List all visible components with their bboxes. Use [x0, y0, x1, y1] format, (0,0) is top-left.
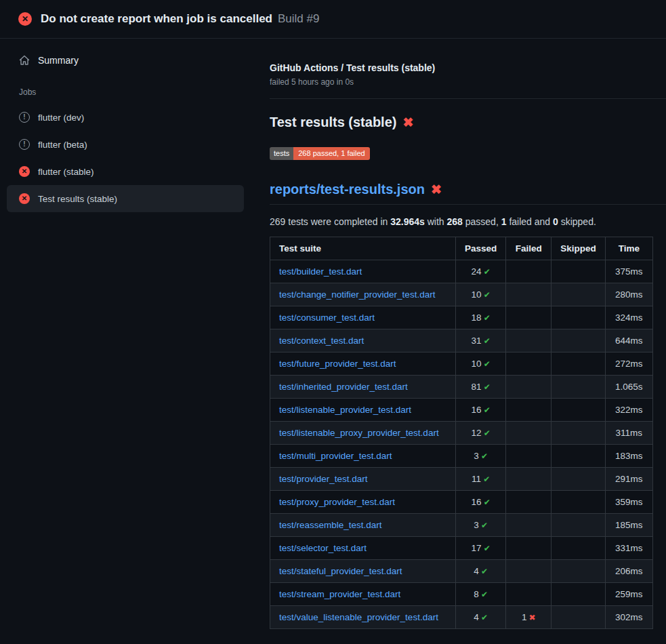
passed-cell: 16✔ [456, 491, 506, 514]
sidebar-item-flutter-stable[interactable]: ✕ flutter (stable) [7, 158, 244, 185]
skipped-cell [551, 537, 606, 560]
table-row: test/listenable_provider_test.dart16✔322… [270, 399, 653, 422]
time-cell: 1.065s [605, 376, 652, 399]
check-icon: ✔ [481, 451, 488, 461]
failed-x-icon: ✖ [402, 115, 413, 129]
suite-link[interactable]: test/value_listenable_provider_test.dart [279, 612, 438, 622]
time-cell: 206ms [605, 560, 652, 583]
summary-mid2: passed, [463, 216, 501, 227]
failed-cell: 1✖ [506, 606, 551, 629]
summary-mid3: failed and [507, 216, 554, 227]
suite-link[interactable]: test/stream_provider_test.dart [279, 589, 400, 599]
table-row: test/provider_test.dart11✔291ms [270, 468, 653, 491]
failed-cell [506, 445, 551, 468]
suite-link[interactable]: test/provider_test.dart [279, 474, 368, 484]
suite-link[interactable]: test/context_test.dart [279, 336, 364, 346]
suite-link[interactable]: test/multi_provider_test.dart [279, 451, 392, 461]
sidebar-item-flutter-beta[interactable]: ! flutter (beta) [7, 131, 244, 158]
section-title: Test results (stable)✖ [270, 115, 666, 130]
summary-text: 269 tests were completed in 32.964s with… [270, 216, 666, 227]
passed-cell: 4✔ [456, 560, 506, 583]
failed-cell [506, 329, 551, 353]
check-icon: ✔ [484, 405, 491, 415]
check-icon: ✔ [481, 613, 488, 622]
suite-link[interactable]: test/proxy_provider_test.dart [279, 497, 395, 507]
breadcrumb: GitHub Actions / Test results (stable) [270, 62, 666, 73]
suite-cell: test/consumer_test.dart [270, 306, 456, 329]
suite-cell: test/change_notifier_provider_test.dart [270, 283, 456, 306]
job-failed-icon: ✕ [19, 166, 30, 177]
suite-link[interactable]: test/inherited_provider_test.dart [279, 382, 408, 392]
build-title: Do not create report when job is cancell… [41, 12, 272, 25]
summary-duration: 32.964s [390, 216, 425, 227]
suite-cell: test/provider_test.dart [270, 468, 456, 491]
suite-cell: test/listenable_proxy_provider_test.dart [270, 422, 456, 445]
suite-link[interactable]: test/listenable_provider_test.dart [279, 405, 411, 415]
suite-link[interactable]: test/consumer_test.dart [279, 313, 375, 323]
suite-cell: test/listenable_provider_test.dart [270, 399, 456, 422]
summary-failed-count: 1 [501, 216, 507, 227]
suite-link[interactable]: test/builder_test.dart [279, 266, 362, 277]
failed-cell [506, 376, 551, 399]
build-header: ✕ Do not create report when job is cance… [0, 0, 666, 39]
passed-cell: 8✔ [456, 583, 506, 606]
sidebar-item-test-results-stable[interactable]: ✕ Test results (stable) [7, 185, 244, 212]
col-header-passed: Passed [456, 237, 506, 260]
table-row: test/stateful_provider_test.dart4✔206ms [270, 560, 653, 583]
suite-cell: test/reassemble_test.dart [270, 514, 456, 537]
summary-suffix: skipped. [558, 216, 596, 227]
check-icon: ✔ [484, 498, 491, 507]
status-line: failed 5 hours ago in 0s [270, 77, 666, 87]
passed-cell: 17✔ [456, 537, 506, 560]
passed-cell: 16✔ [456, 399, 506, 422]
suite-link[interactable]: test/listenable_proxy_provider_test.dart [279, 428, 439, 438]
passed-cell: 18✔ [456, 306, 506, 329]
summary-prefix: 269 tests were completed in [270, 216, 390, 227]
table-row: test/selector_test.dart17✔331ms [270, 537, 653, 560]
suite-link[interactable]: test/change_notifier_provider_test.dart [279, 289, 435, 300]
tests-status-badge: tests268 passed, 1 failed [270, 147, 370, 160]
report-link[interactable]: reports/test-results.json [270, 182, 425, 197]
time-cell: 272ms [605, 353, 652, 376]
passed-cell: 12✔ [456, 422, 506, 445]
failed-cell [506, 283, 551, 306]
failed-cell [506, 491, 551, 514]
suite-link[interactable]: test/future_provider_test.dart [279, 359, 396, 369]
skipped-cell [551, 606, 606, 629]
table-row: test/context_test.dart31✔644ms [270, 329, 653, 353]
passed-cell: 31✔ [456, 329, 506, 353]
failed-cell [506, 306, 551, 329]
sidebar-item-flutter-dev[interactable]: ! flutter (dev) [7, 104, 244, 131]
time-cell: 302ms [605, 606, 652, 629]
table-row: test/change_notifier_provider_test.dart1… [270, 283, 653, 306]
skipped-cell [551, 468, 606, 491]
suite-link[interactable]: test/stateful_provider_test.dart [279, 566, 402, 576]
suite-link[interactable]: test/reassemble_test.dart [279, 520, 382, 530]
failed-cell [506, 514, 551, 537]
sidebar-item-label: Summary [38, 55, 79, 66]
table-row: test/value_listenable_provider_test.dart… [270, 606, 653, 629]
skipped-cell [551, 560, 606, 583]
check-icon: ✔ [481, 567, 488, 576]
col-header-failed: Failed [506, 237, 551, 260]
suite-link[interactable]: test/selector_test.dart [279, 543, 367, 553]
skipped-cell [551, 353, 606, 376]
skipped-cell [551, 329, 606, 353]
time-cell: 259ms [605, 583, 652, 606]
suite-cell: test/value_listenable_provider_test.dart [270, 606, 456, 629]
failed-cell [506, 399, 551, 422]
report-title: reports/test-results.json✖ [270, 182, 666, 205]
failed-cell [506, 353, 551, 376]
check-icon: ✔ [484, 336, 491, 346]
check-icon: ✔ [484, 544, 491, 553]
sidebar-item-summary[interactable]: Summary [0, 48, 251, 73]
sidebar-item-label: Test results (stable) [38, 194, 117, 204]
passed-cell: 10✔ [456, 283, 506, 306]
x-icon: ✖ [529, 613, 536, 622]
sidebar-item-label: flutter (dev) [38, 113, 84, 123]
build-failed-icon: ✕ [18, 12, 32, 26]
time-cell: 291ms [605, 468, 652, 491]
skipped-cell [551, 376, 606, 399]
suite-cell: test/future_provider_test.dart [270, 353, 456, 376]
table-row: test/stream_provider_test.dart8✔259ms [270, 583, 653, 606]
